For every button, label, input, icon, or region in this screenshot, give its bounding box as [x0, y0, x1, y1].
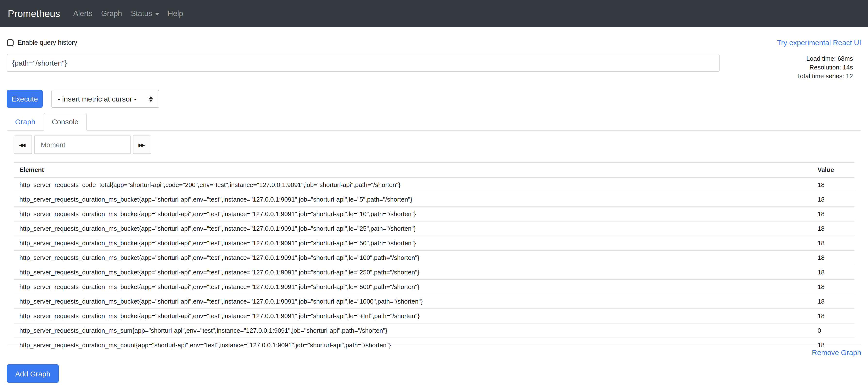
table-row: http_server_requests_code_total{app="sho… [13, 177, 855, 192]
insert-metric-select-label: - insert metric at cursor - [58, 95, 136, 103]
nav-item-help[interactable]: Help [163, 5, 188, 22]
element-cell: http_server_requests_code_total{app="sho… [13, 177, 812, 192]
table-row: http_server_requests_duration_ms_bucket{… [13, 280, 855, 294]
element-cell: http_server_requests_duration_ms_bucket{… [13, 236, 812, 250]
fast-forward-icon: ▶▶ [138, 142, 144, 147]
value-cell: 18 [812, 280, 855, 294]
value-cell: 18 [812, 207, 855, 221]
execute-row: Execute - insert metric at cursor - [7, 90, 861, 108]
value-cell: 18 [812, 221, 855, 236]
table-row: http_server_requests_duration_ms_bucket{… [13, 207, 855, 221]
table-row: http_server_requests_duration_ms_bucket{… [13, 265, 855, 280]
element-cell: http_server_requests_duration_ms_bucket{… [13, 250, 812, 265]
add-graph-button[interactable]: Add Graph [7, 364, 59, 383]
enable-query-history-label: Enable query history [18, 39, 77, 46]
element-column-header: Element [13, 163, 812, 177]
element-cell: http_server_requests_duration_ms_bucket{… [13, 309, 812, 323]
value-column-header: Value [812, 163, 855, 177]
query-row: Load time: 68ms Resolution: 14s Total ti… [7, 54, 861, 81]
nav-item-status[interactable]: Status [126, 5, 163, 22]
remove-graph-link[interactable]: Remove Graph [812, 348, 861, 357]
rewind-button[interactable]: ◀◀ [13, 136, 32, 154]
value-cell: 18 [812, 250, 855, 265]
results-table: Element Value http_server_requests_code_… [13, 162, 855, 352]
element-cell: http_server_requests_duration_ms_bucket{… [13, 192, 812, 207]
element-cell: http_server_requests_duration_ms_sum{app… [13, 323, 812, 338]
nav-item-graph[interactable]: Graph [97, 5, 126, 22]
rewind-icon: ◀◀ [19, 142, 25, 147]
table-row: http_server_requests_duration_ms_sum{app… [13, 323, 855, 338]
total-time-series-stat: Total time series: 12 [719, 72, 853, 81]
value-cell: 18 [812, 309, 855, 323]
query-stats: Load time: 68ms Resolution: 14s Total ti… [719, 54, 861, 81]
top-navbar: Prometheus Alerts Graph Status Help [0, 0, 868, 27]
value-cell: 18 [812, 294, 855, 309]
tab-console[interactable]: Console [43, 113, 87, 131]
fast-forward-button[interactable]: ▶▶ [133, 136, 151, 154]
select-arrows-icon [149, 96, 153, 102]
element-cell: http_server_requests_duration_ms_bucket{… [13, 280, 812, 294]
element-cell: http_server_requests_duration_ms_bucket{… [13, 221, 812, 236]
nav-item-status-label: Status [131, 9, 152, 18]
table-row: http_server_requests_duration_ms_bucket{… [13, 294, 855, 309]
console-panel: ◀◀ ▶▶ Element Value [7, 131, 861, 344]
element-cell: http_server_requests_duration_ms_bucket{… [13, 265, 812, 280]
insert-metric-select[interactable]: - insert metric at cursor - [52, 90, 159, 108]
element-cell: http_server_requests_duration_ms_bucket{… [13, 207, 812, 221]
brand-prometheus[interactable]: Prometheus [8, 8, 60, 19]
table-row: http_server_requests_duration_ms_bucket{… [13, 221, 855, 236]
react-ui-link[interactable]: Try experimental React UI [777, 38, 861, 47]
table-row: http_server_requests_duration_ms_bucket{… [13, 309, 855, 323]
graph-console-tabs: Graph Console [7, 113, 861, 131]
table-row: http_server_requests_duration_ms_bucket{… [13, 236, 855, 250]
table-row: http_server_requests_duration_ms_bucket{… [13, 192, 855, 207]
enable-query-history-control: Enable query history [7, 39, 77, 46]
main-content: Enable query history Try experimental Re… [0, 38, 868, 383]
table-header-row: Element Value [13, 163, 855, 177]
execute-button[interactable]: Execute [7, 90, 43, 108]
moment-input[interactable] [34, 136, 130, 154]
value-cell: 0 [812, 323, 855, 338]
history-row: Enable query history Try experimental Re… [7, 38, 861, 47]
prometheus-app: Prometheus Alerts Graph Status Help Enab… [0, 0, 868, 391]
value-cell: 18 [812, 236, 855, 250]
tab-graph[interactable]: Graph [7, 113, 43, 131]
nav-item-alerts[interactable]: Alerts [69, 5, 97, 22]
table-row: http_server_requests_duration_ms_bucket{… [13, 250, 855, 265]
enable-query-history-checkbox[interactable] [7, 39, 13, 46]
resolution-stat: Resolution: 14s [719, 63, 853, 72]
value-cell: 18 [812, 177, 855, 192]
value-cell: 18 [812, 192, 855, 207]
moment-controls: ◀◀ ▶▶ [13, 136, 855, 154]
caret-down-icon [155, 13, 159, 15]
query-input[interactable] [7, 54, 719, 72]
remove-graph-row: Remove Graph [7, 348, 861, 357]
element-cell: http_server_requests_duration_ms_bucket{… [13, 294, 812, 309]
value-cell: 18 [812, 265, 855, 280]
load-time-stat: Load time: 68ms [719, 54, 853, 63]
